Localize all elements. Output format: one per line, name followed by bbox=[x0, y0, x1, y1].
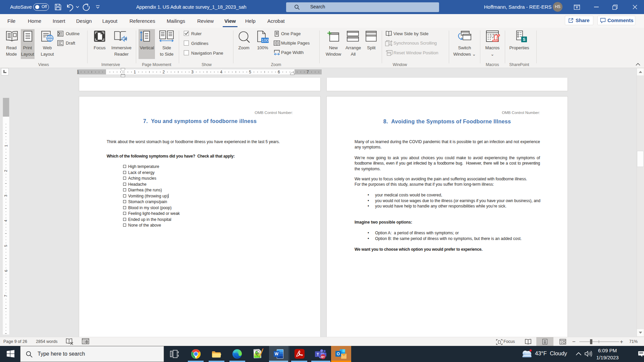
svg-text:W: W bbox=[275, 352, 279, 356]
svg-text:5: 5 bbox=[249, 70, 251, 74]
svg-text:9+: 9+ bbox=[321, 355, 325, 359]
svg-text:1: 1 bbox=[134, 70, 136, 74]
svg-text:6: 6 bbox=[278, 70, 280, 74]
svg-text:1: 1 bbox=[77, 70, 79, 74]
svg-text:O: O bbox=[337, 352, 340, 356]
svg-text:2: 2 bbox=[4, 170, 8, 172]
svg-text:7: 7 bbox=[307, 70, 309, 74]
svg-text:1: 1 bbox=[4, 145, 8, 147]
svg-text:4: 4 bbox=[220, 70, 222, 74]
svg-text:S: S bbox=[523, 37, 525, 42]
svg-text:4: 4 bbox=[4, 220, 8, 222]
svg-text:100: 100 bbox=[262, 38, 269, 43]
svg-text:3: 3 bbox=[191, 70, 194, 74]
svg-text:2: 2 bbox=[162, 70, 165, 74]
svg-text:T: T bbox=[317, 352, 319, 356]
svg-text:7: 7 bbox=[4, 295, 8, 297]
svg-text:3: 3 bbox=[4, 195, 8, 197]
svg-text:6: 6 bbox=[4, 270, 8, 272]
svg-text:5: 5 bbox=[4, 245, 8, 247]
